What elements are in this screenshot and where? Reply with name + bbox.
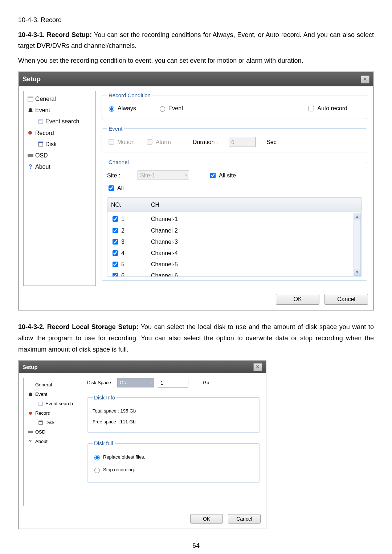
tree-general[interactable]: General bbox=[25, 380, 79, 390]
radio-event[interactable]: Event bbox=[158, 103, 183, 113]
tree-event-search[interactable]: Event search bbox=[25, 116, 94, 127]
dialog-title: Setup bbox=[23, 362, 38, 372]
row-checkbox[interactable] bbox=[113, 216, 118, 222]
setup-dialog-disk: Setup ✕ General Event Event search Recor… bbox=[18, 360, 266, 529]
tree-osd[interactable]: OSD bbox=[25, 150, 94, 161]
section-heading: 10-4-3. Record bbox=[18, 15, 374, 26]
row-ch: Channel-4 bbox=[151, 248, 178, 258]
channel-group: Channel Site : Site-1▾ All site All NO. … bbox=[102, 157, 367, 281]
table-row[interactable]: 4Channel-4 bbox=[107, 247, 362, 259]
row-no: 4 bbox=[121, 248, 124, 258]
svg-rect-6 bbox=[38, 142, 43, 143]
row-checkbox[interactable] bbox=[113, 228, 118, 233]
nav-tree: General Event Event search Record Disk O… bbox=[23, 378, 81, 506]
paragraph-2: When you set the recording condition to … bbox=[18, 55, 374, 66]
row-ch: Channel-1 bbox=[151, 214, 178, 224]
disk-full-group: Disk full Replace oldest files. Stop rec… bbox=[87, 439, 260, 483]
close-icon[interactable]: ✕ bbox=[253, 363, 262, 371]
bell-icon bbox=[27, 107, 34, 113]
table-row[interactable]: 2Channel-2 bbox=[107, 225, 362, 236]
col-no-header[interactable]: NO. bbox=[111, 200, 151, 210]
row-checkbox[interactable] bbox=[113, 262, 118, 267]
scroll-up-icon[interactable]: ▴ bbox=[354, 213, 360, 219]
tree-event-search[interactable]: Event search bbox=[25, 399, 79, 409]
check-alarm: Alarm bbox=[146, 137, 171, 147]
tree-about[interactable]: ?About bbox=[25, 437, 79, 446]
gb-label: Gb bbox=[203, 379, 209, 387]
scrollbar[interactable]: ▴ ▾ bbox=[354, 213, 361, 276]
radio-always[interactable]: Always bbox=[107, 103, 136, 113]
radio-stop-recording[interactable]: Stop recording. bbox=[93, 466, 135, 474]
tree-label: Event search bbox=[45, 400, 73, 408]
general-icon bbox=[27, 382, 34, 388]
check-all-channels[interactable]: All bbox=[107, 183, 124, 193]
record-condition-group: Record Condition Always Event Auto recor… bbox=[102, 91, 367, 119]
p1-bold: 10-4-3-1. Record Setup: bbox=[18, 31, 92, 38]
drive-select[interactable]: C:\▾ bbox=[117, 378, 154, 387]
row-ch: Channel-2 bbox=[151, 226, 178, 235]
nav-tree: General Event Event search Record Disk O… bbox=[23, 91, 96, 286]
row-ch: Channel-5 bbox=[151, 259, 178, 269]
tree-disk[interactable]: Disk bbox=[25, 139, 94, 150]
legend: Event bbox=[107, 124, 124, 134]
osd-icon bbox=[27, 429, 34, 435]
paragraph-1: 10-4-3-1. Record Setup: You can set the … bbox=[18, 29, 374, 52]
close-icon[interactable]: ✕ bbox=[361, 75, 369, 83]
col-ch-header[interactable]: CH bbox=[151, 200, 159, 210]
tree-event[interactable]: Event bbox=[25, 390, 79, 399]
table-row[interactable]: 3Channel-3 bbox=[107, 236, 362, 247]
legend: Channel bbox=[107, 157, 130, 167]
opt-label: All bbox=[117, 183, 124, 193]
site-select: Site-1▾ bbox=[138, 171, 189, 180]
paragraph-3: 10-4-3-2. Record Local Storage Setup: Yo… bbox=[18, 321, 374, 355]
tree-label: About bbox=[35, 162, 50, 172]
row-ch: Channel-6 bbox=[151, 271, 178, 276]
legend: Disk Info bbox=[93, 393, 117, 402]
event-group: Event Motion Alarm Duration : Sec bbox=[102, 124, 367, 153]
table-header: NO. CH bbox=[107, 198, 362, 212]
tree-disk[interactable]: Disk bbox=[25, 418, 79, 427]
svg-text:?: ? bbox=[29, 439, 32, 444]
tree-osd[interactable]: OSD bbox=[25, 427, 79, 437]
svg-point-4 bbox=[28, 131, 32, 135]
row-checkbox[interactable] bbox=[113, 239, 118, 245]
tree-general[interactable]: General bbox=[25, 93, 94, 104]
titlebar: Setup ✕ bbox=[19, 361, 266, 373]
chevron-down-icon: ▾ bbox=[150, 379, 152, 386]
disk-icon bbox=[37, 420, 44, 426]
svg-text:?: ? bbox=[29, 164, 32, 170]
setup-dialog-record: Setup ✕ General Event Event search Recor… bbox=[18, 71, 374, 311]
drive-value: C:\ bbox=[120, 379, 126, 387]
total-space: Total space : 195 Gb bbox=[93, 406, 254, 416]
table-row[interactable]: 5Channel-5 bbox=[107, 259, 362, 270]
titlebar: Setup ✕ bbox=[19, 72, 373, 86]
tree-record[interactable]: Record bbox=[25, 127, 94, 139]
scroll-down-icon[interactable]: ▾ bbox=[354, 269, 360, 275]
tree-label: Record bbox=[35, 128, 54, 138]
cancel-button[interactable]: Cancel bbox=[228, 514, 261, 524]
chevron-down-icon: ▾ bbox=[185, 172, 187, 179]
table-row[interactable]: 6Channel-6 bbox=[107, 270, 362, 276]
tree-event[interactable]: Event bbox=[25, 104, 94, 116]
table-row[interactable]: 1Channel-1 bbox=[107, 213, 362, 225]
check-all-site[interactable]: All site bbox=[209, 171, 236, 180]
opt-label: Event bbox=[168, 103, 183, 113]
check-autorecord[interactable]: Auto record bbox=[307, 103, 347, 113]
dialog-footer: OK Cancel bbox=[19, 290, 373, 310]
row-checkbox[interactable] bbox=[113, 273, 118, 276]
tree-record[interactable]: Record bbox=[25, 409, 79, 418]
disk-size-field[interactable] bbox=[158, 378, 188, 388]
ok-button[interactable]: OK bbox=[276, 294, 319, 305]
disk-icon bbox=[37, 141, 44, 147]
cancel-button[interactable]: Cancel bbox=[324, 294, 368, 305]
svg-rect-10 bbox=[39, 402, 42, 406]
tree-label: Disk bbox=[45, 419, 54, 427]
row-checkbox[interactable] bbox=[113, 250, 118, 256]
tree-about[interactable]: ?About bbox=[25, 161, 94, 172]
question-icon: ? bbox=[27, 439, 34, 444]
opt-label: Always bbox=[118, 103, 136, 113]
svg-point-11 bbox=[29, 412, 32, 415]
radio-replace-oldest[interactable]: Replace oldest files. bbox=[93, 453, 145, 461]
ok-button[interactable]: OK bbox=[190, 514, 223, 524]
site-value: Site-1 bbox=[140, 171, 155, 180]
